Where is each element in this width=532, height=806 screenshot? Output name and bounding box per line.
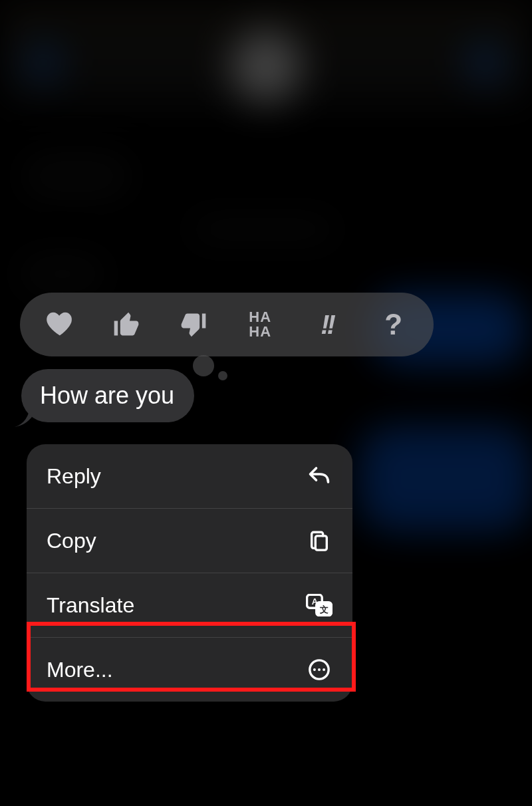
more-icon xyxy=(306,656,332,683)
selected-message-bubble[interactable]: How are you xyxy=(21,369,194,422)
selected-message-text: How are you xyxy=(40,382,174,409)
copy-icon xyxy=(306,527,332,554)
tapback-exclamation[interactable]: !! xyxy=(302,300,351,349)
menu-item-label: Reply xyxy=(47,464,101,489)
menu-more[interactable]: More... xyxy=(27,637,352,702)
svg-point-6 xyxy=(313,668,316,671)
tapback-thumbs-up[interactable] xyxy=(102,300,151,349)
menu-copy[interactable]: Copy xyxy=(27,508,352,573)
svg-text:A: A xyxy=(312,597,318,606)
svg-text:文: 文 xyxy=(319,604,329,614)
thumbs-down-icon xyxy=(179,310,208,339)
menu-item-label: Translate xyxy=(47,593,134,618)
tapback-bar: HAHA !! ? xyxy=(20,293,434,356)
tapback-haha[interactable]: HAHA xyxy=(235,300,285,349)
question-icon: ? xyxy=(384,308,402,341)
svg-point-8 xyxy=(323,668,325,671)
thumbs-up-icon xyxy=(112,310,141,339)
tapback-question[interactable]: ? xyxy=(369,300,418,349)
tapback-heart[interactable] xyxy=(35,300,84,349)
tapback-thumbs-down[interactable] xyxy=(169,300,218,349)
menu-item-label: Copy xyxy=(47,529,96,553)
svg-point-7 xyxy=(318,668,321,671)
reply-icon xyxy=(306,463,332,489)
heart-icon xyxy=(45,310,74,339)
menu-translate[interactable]: Translate A 文 xyxy=(27,573,352,637)
exclamation-icon: !! xyxy=(321,310,333,340)
context-menu: Reply Copy Translate A 文 More... xyxy=(27,444,352,702)
haha-icon: HAHA xyxy=(249,310,271,339)
svg-rect-0 xyxy=(315,536,327,550)
menu-item-label: More... xyxy=(47,658,113,682)
translate-icon: A 文 xyxy=(306,592,332,618)
menu-reply[interactable]: Reply xyxy=(27,444,352,508)
screenshot-stage: HAHA !! ? How are you Reply Copy xyxy=(0,0,532,806)
